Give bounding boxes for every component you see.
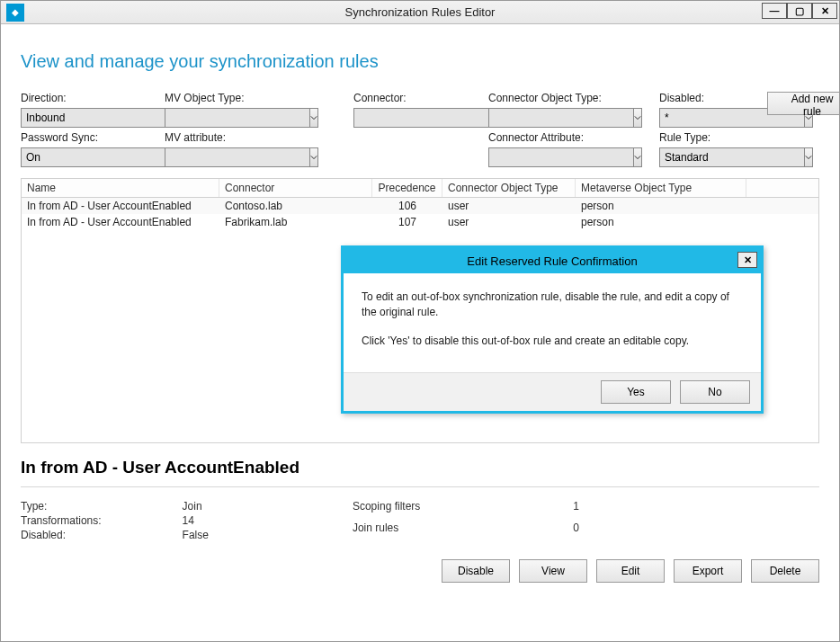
dialog-body: To edit an out-of-box synchronization ru… bbox=[344, 273, 761, 372]
cell-name: In from AD - User AccountEnabled bbox=[22, 198, 219, 214]
action-bar: Disable View Edit Export Delete bbox=[21, 559, 819, 583]
cell-precedence: 107 bbox=[372, 214, 442, 230]
dialog-msg2: Click 'Yes' to disable this out-of-box r… bbox=[362, 334, 743, 349]
connobj-dropdown[interactable] bbox=[488, 108, 634, 128]
cell-name: In from AD - User AccountEnabled bbox=[22, 214, 219, 230]
pwdsync-dropdown[interactable] bbox=[21, 147, 166, 167]
ruletype-dropdown[interactable] bbox=[659, 147, 805, 167]
filter-connector-object-type: Connector Object Type: bbox=[488, 92, 650, 128]
scoping-value: 1 bbox=[573, 500, 579, 520]
cell-mot: person bbox=[576, 198, 746, 214]
filter-connector: Connector: bbox=[353, 92, 479, 128]
mvobj-label: MV Object Type: bbox=[165, 92, 344, 104]
cell-connector: Contoso.lab bbox=[219, 198, 372, 214]
cell-cot: user bbox=[442, 198, 576, 214]
filter-disabled: Disabled: bbox=[659, 92, 758, 128]
dialog-close-button[interactable]: ✕ bbox=[737, 252, 757, 268]
connattr-label: Connector Attribute: bbox=[488, 131, 650, 144]
scoping-label: Scoping filters bbox=[353, 500, 420, 520]
cell-mot: person bbox=[576, 214, 746, 230]
connector-dropdown[interactable] bbox=[353, 108, 499, 128]
mvattr-dropdown[interactable] bbox=[165, 147, 310, 167]
filter-mv-object-type: MV Object Type: bbox=[165, 92, 344, 128]
dialog-title-text: Edit Reserved Rule Confirmation bbox=[467, 254, 637, 268]
filters: Direction: MV Object Type: Connector: Co… bbox=[21, 92, 819, 167]
selected-rule-heading: In from AD - User AccountEnabled bbox=[21, 458, 819, 477]
disabled-label: Disabled: bbox=[659, 92, 758, 104]
export-button[interactable]: Export bbox=[674, 559, 742, 583]
disabled-detail-label: Disabled: bbox=[21, 529, 102, 541]
close-button[interactable]: ✕ bbox=[812, 3, 837, 19]
dialog-yes-button[interactable]: Yes bbox=[601, 380, 671, 404]
dialog-no-button[interactable]: No bbox=[680, 380, 750, 404]
view-button[interactable]: View bbox=[519, 559, 587, 583]
divider bbox=[21, 486, 819, 487]
chevron-down-icon[interactable] bbox=[634, 108, 642, 128]
direction-label: Direction: bbox=[21, 92, 156, 104]
type-value: Join bbox=[183, 500, 209, 513]
col-connector-object-type[interactable]: Connector Object Type bbox=[442, 179, 576, 197]
type-label: Type: bbox=[21, 500, 102, 513]
ruletype-label: Rule Type: bbox=[659, 131, 758, 144]
chevron-down-icon[interactable] bbox=[310, 147, 318, 167]
dialog-title: Edit Reserved Rule Confirmation ✕ bbox=[344, 248, 761, 273]
cell-cot: user bbox=[442, 214, 576, 230]
cell-precedence: 106 bbox=[372, 198, 442, 214]
join-label: Join rules bbox=[353, 522, 420, 541]
trans-label: Transformations: bbox=[21, 514, 102, 527]
titlebar: ◆ Synchronization Rules Editor — ▢ ✕ bbox=[1, 1, 839, 24]
join-value: 0 bbox=[573, 522, 579, 541]
chevron-down-icon[interactable] bbox=[805, 147, 813, 167]
dialog-buttons: Yes No bbox=[344, 372, 761, 411]
minimize-button[interactable]: — bbox=[762, 3, 787, 19]
delete-button[interactable]: Delete bbox=[751, 559, 819, 583]
app-icon: ◆ bbox=[6, 4, 24, 22]
mvattr-label: MV attribute: bbox=[165, 131, 344, 144]
filter-connector-attribute: Connector Attribute: bbox=[488, 131, 650, 167]
disabled-detail-value: False bbox=[183, 529, 209, 541]
connector-label: Connector: bbox=[353, 92, 479, 104]
dialog-msg1: To edit an out-of-box synchronization ru… bbox=[362, 290, 743, 321]
col-precedence[interactable]: Precedence bbox=[372, 179, 442, 197]
col-metaverse-object-type[interactable]: Metaverse Object Type bbox=[576, 179, 746, 197]
add-new-rule-button[interactable]: Add new rule bbox=[767, 92, 840, 115]
edit-button[interactable]: Edit bbox=[596, 559, 665, 583]
window-title: Synchronization Rules Editor bbox=[1, 5, 839, 19]
confirmation-dialog: Edit Reserved Rule Confirmation ✕ To edi… bbox=[341, 245, 764, 414]
connobj-label: Connector Object Type: bbox=[488, 92, 650, 104]
pwdsync-label: Password Sync: bbox=[21, 131, 156, 144]
filter-direction: Direction: bbox=[21, 92, 156, 128]
disable-button[interactable]: Disable bbox=[442, 559, 510, 583]
trans-value: 14 bbox=[183, 514, 209, 527]
col-connector[interactable]: Connector bbox=[219, 179, 372, 197]
rule-details: Type:Join Transformations:14 Disabled:Fa… bbox=[21, 500, 819, 541]
grid-header: Name Connector Precedence Connector Obje… bbox=[22, 179, 818, 198]
filter-password-sync: Password Sync: bbox=[21, 131, 156, 167]
table-row[interactable]: In from AD - User AccountEnabledFabrikam… bbox=[22, 214, 818, 230]
filter-rule-type: Rule Type: bbox=[659, 131, 758, 167]
filter-mv-attribute: MV attribute: bbox=[165, 131, 344, 167]
chevron-down-icon[interactable] bbox=[310, 108, 318, 128]
table-row[interactable]: In from AD - User AccountEnabledContoso.… bbox=[22, 198, 818, 214]
maximize-button[interactable]: ▢ bbox=[787, 3, 812, 19]
cell-connector: Fabrikam.lab bbox=[219, 214, 372, 230]
col-name[interactable]: Name bbox=[22, 179, 219, 197]
direction-dropdown[interactable] bbox=[21, 108, 166, 128]
page-heading: View and manage your synchronization rul… bbox=[21, 51, 819, 72]
mvobj-dropdown[interactable] bbox=[165, 108, 310, 128]
connattr-dropdown[interactable] bbox=[488, 147, 634, 167]
chevron-down-icon[interactable] bbox=[634, 147, 642, 167]
